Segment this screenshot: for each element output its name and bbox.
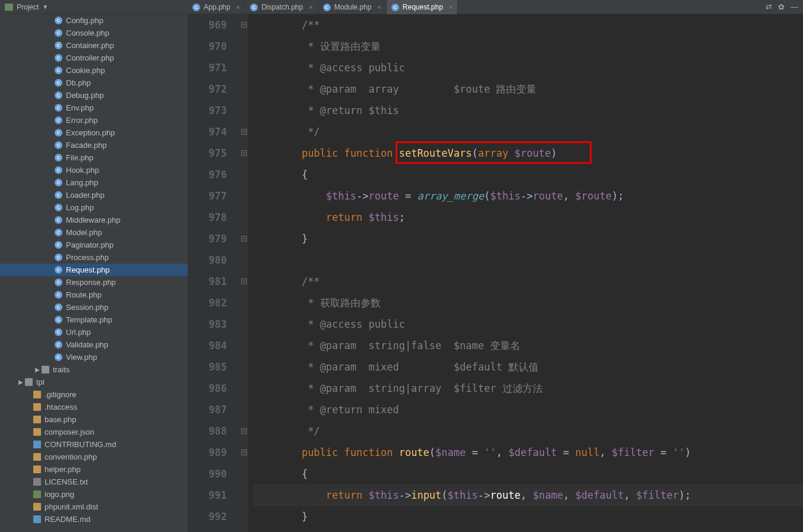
- code-line[interactable]: public function setRouteVars(array $rout…: [253, 142, 803, 164]
- tree-item[interactable]: CTemplate.php: [0, 314, 188, 326]
- gutter: 9699709719729739749759769779789799809819…: [188, 14, 240, 532]
- code-line[interactable]: /**: [253, 271, 803, 292]
- fold-marker[interactable]: −: [241, 278, 247, 284]
- editor[interactable]: 9699709719729739749759769779789799809819…: [188, 14, 803, 532]
- project-tree[interactable]: CConfig.phpCConsole.phpCContainer.phpCCo…: [0, 14, 188, 532]
- code-line[interactable]: /**: [253, 14, 803, 36]
- close-icon[interactable]: ×: [449, 4, 453, 11]
- fold-marker[interactable]: −: [241, 236, 247, 242]
- tree-label: Cookie.php: [66, 66, 105, 75]
- tree-label: Template.php: [66, 315, 112, 324]
- gear-icon[interactable]: ✿: [778, 2, 785, 11]
- code-line[interactable]: * @access public: [253, 314, 803, 335]
- tree-item[interactable]: CUrl.php: [0, 326, 188, 338]
- fold-marker[interactable]: −: [241, 22, 247, 28]
- fold-marker[interactable]: −: [241, 428, 247, 434]
- tree-item[interactable]: CProcess.php: [0, 251, 188, 264]
- tree-item[interactable]: CCookie.php: [0, 64, 188, 77]
- tab-app-php[interactable]: CApp.php×: [188, 0, 245, 14]
- tree-item[interactable]: CFile.php: [0, 151, 188, 164]
- code-line[interactable]: */: [253, 420, 803, 442]
- tree-item[interactable]: README.md: [0, 513, 188, 525]
- code-line[interactable]: * 设置路由变量: [253, 36, 803, 57]
- tree-item[interactable]: helper.php: [0, 463, 188, 476]
- line-number: 974: [188, 121, 227, 142]
- tree-item[interactable]: CException.php: [0, 126, 188, 139]
- tree-item[interactable]: CError.php: [0, 114, 188, 126]
- tree-item[interactable]: .gitignore: [0, 388, 188, 401]
- fold-marker[interactable]: −: [241, 150, 247, 156]
- tree-item[interactable]: CValidate.php: [0, 338, 188, 351]
- fold-marker[interactable]: −: [241, 449, 247, 455]
- code-line[interactable]: * @param mixed $default 默认值: [253, 356, 803, 378]
- fold-marker[interactable]: −: [241, 129, 247, 135]
- tree-label: Paginator.php: [66, 240, 113, 249]
- expand-icon[interactable]: ⇄: [766, 2, 772, 11]
- code-line[interactable]: $this->route = array_merge($this->route,…: [253, 185, 803, 207]
- tree-item[interactable]: CRequest.php: [0, 264, 188, 276]
- code-line[interactable]: }: [253, 228, 803, 249]
- tab-module-php[interactable]: CModule.php×: [318, 0, 387, 14]
- file-icon: [33, 416, 41, 423]
- code-line[interactable]: * @param array $route 路由变量: [253, 78, 803, 100]
- code-line[interactable]: * 获取路由参数: [253, 292, 803, 314]
- code-line[interactable]: public function route($name = '', $defau…: [253, 442, 803, 463]
- file-icon: C: [55, 116, 62, 124]
- tree-item[interactable]: CLang.php: [0, 176, 188, 189]
- tree-item[interactable]: CONTRIBUTING.md: [0, 438, 188, 451]
- tab-request-php[interactable]: CRequest.php×: [387, 0, 459, 14]
- close-icon[interactable]: ×: [309, 4, 312, 11]
- code-area[interactable]: /** * 设置路由变量 * @access public * @param a…: [248, 14, 803, 532]
- tree-item[interactable]: CLoader.php: [0, 189, 188, 201]
- close-icon[interactable]: ×: [236, 4, 240, 11]
- project-label: Project: [17, 3, 39, 11]
- expand-arrow-icon[interactable]: ▶: [33, 366, 42, 373]
- tree-item[interactable]: composer.json: [0, 426, 188, 438]
- tree-item[interactable]: CRoute.php: [0, 289, 188, 301]
- code-line[interactable]: return $this;: [253, 207, 803, 228]
- tab-dispatch-php[interactable]: CDispatch.php×: [245, 0, 318, 14]
- code-line[interactable]: * @access public: [253, 57, 803, 78]
- tree-item[interactable]: CView.php: [0, 351, 188, 363]
- code-line[interactable]: }: [253, 506, 803, 527]
- project-dropdown[interactable]: Project ▼: [0, 0, 53, 14]
- code-line[interactable]: * @return mixed: [253, 399, 803, 420]
- tree-item[interactable]: CMiddleware.php: [0, 214, 188, 226]
- tree-item[interactable]: LICENSE.txt: [0, 476, 188, 488]
- code-line[interactable]: {: [253, 463, 803, 484]
- tree-item[interactable]: .htaccess: [0, 401, 188, 413]
- tree-item[interactable]: CDebug.php: [0, 89, 188, 102]
- tree-item[interactable]: CSession.php: [0, 301, 188, 314]
- code-line[interactable]: {: [253, 164, 803, 185]
- code-line[interactable]: * @param string|array $filter 过滤方法: [253, 378, 803, 399]
- tree-item[interactable]: CContainer.php: [0, 39, 188, 52]
- code-line[interactable]: [253, 249, 803, 271]
- code-line[interactable]: * @return $this: [253, 100, 803, 121]
- tree-item[interactable]: ▶tpl: [0, 376, 188, 388]
- tree-item[interactable]: convention.php: [0, 451, 188, 463]
- tree-item[interactable]: ▶traits: [0, 363, 188, 376]
- tree-item[interactable]: CEnv.php: [0, 102, 188, 114]
- close-icon[interactable]: ×: [377, 4, 381, 11]
- tree-item[interactable]: CHook.php: [0, 164, 188, 176]
- tree-item[interactable]: CConfig.php: [0, 14, 188, 27]
- tree-item[interactable]: CPaginator.php: [0, 239, 188, 251]
- collapse-icon[interactable]: —: [791, 2, 798, 11]
- expand-arrow-icon[interactable]: ▶: [17, 379, 25, 385]
- tree-item[interactable]: phpunit.xml.dist: [0, 501, 188, 513]
- line-number: 989: [188, 442, 227, 463]
- file-icon: C: [55, 341, 62, 349]
- tree-item[interactable]: CModel.php: [0, 226, 188, 239]
- tree-item[interactable]: CConsole.php: [0, 27, 188, 39]
- tree-item[interactable]: CResponse.php: [0, 276, 188, 289]
- tree-item[interactable]: logo.png: [0, 488, 188, 501]
- tree-item[interactable]: CLog.php: [0, 201, 188, 214]
- tree-item[interactable]: CFacade.php: [0, 139, 188, 151]
- code-line[interactable]: */: [253, 121, 803, 142]
- tree-item[interactable]: CController.php: [0, 52, 188, 64]
- tree-item[interactable]: base.php: [0, 413, 188, 426]
- line-number: 985: [188, 356, 227, 378]
- code-line[interactable]: * @param string|false $name 变量名: [253, 335, 803, 356]
- code-line[interactable]: return $this->input($this->route, $name,…: [253, 484, 803, 506]
- tree-item[interactable]: CDb.php: [0, 77, 188, 89]
